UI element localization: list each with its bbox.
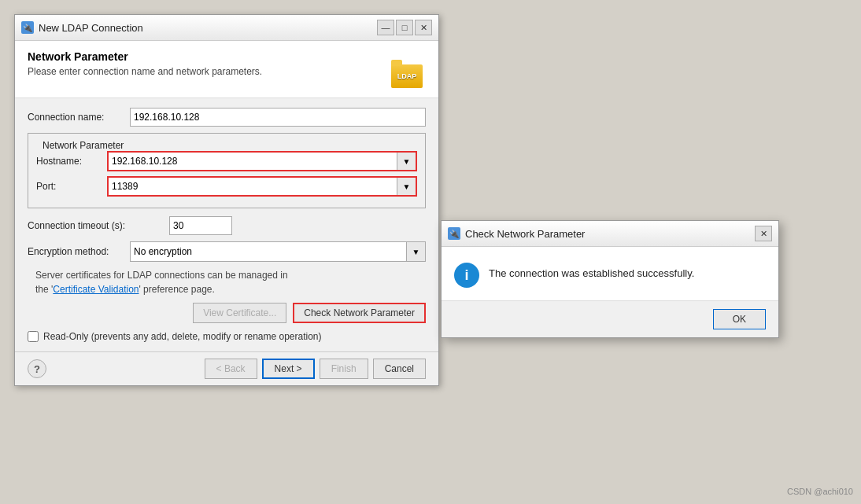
timeout-label: Connection timeout (s): xyxy=(28,220,169,231)
cert-info-line1: Server certificates for LDAP connections… xyxy=(35,270,288,281)
dialog-header-text: Network Parameter Please enter connectio… xyxy=(28,50,262,77)
maximize-button[interactable]: □ xyxy=(396,20,413,35)
encryption-dropdown-icon[interactable]: ▼ xyxy=(406,242,425,261)
encryption-value: No encryption xyxy=(131,242,406,261)
network-param-group: Network Parameter Hostname: ▼ Port: ▼ xyxy=(28,133,426,208)
readonly-row: Read-Only (prevents any add, delete, mod… xyxy=(28,331,426,342)
watermark: CSDN @achi010 xyxy=(787,487,853,496)
ldap-folder: LDAP xyxy=(391,64,423,88)
check-title-left: 🔌 Check Network Parameter xyxy=(448,227,585,240)
dialog-footer: ? < Back Next > Finish Cancel xyxy=(15,351,438,385)
readonly-checkbox[interactable] xyxy=(28,331,39,342)
next-button[interactable]: Next > xyxy=(262,359,315,379)
view-certificate-button[interactable]: View Certificate... xyxy=(193,303,286,323)
help-button[interactable]: ? xyxy=(28,359,46,378)
port-label: Port: xyxy=(36,181,107,192)
check-close-button[interactable]: ✕ xyxy=(755,226,772,241)
hostname-label: Hostname: xyxy=(36,156,107,167)
header-title: Network Parameter xyxy=(28,50,262,63)
check-dialog-title: Check Network Parameter xyxy=(465,228,585,240)
close-button[interactable]: ✕ xyxy=(415,20,432,35)
info-icon: i xyxy=(454,263,479,288)
ldap-dialog-icon: 🔌 xyxy=(21,21,34,34)
encryption-label: Encryption method: xyxy=(28,246,130,257)
back-button[interactable]: < Back xyxy=(205,359,257,379)
check-title-bar: 🔌 Check Network Parameter ✕ xyxy=(442,221,778,247)
check-body: i The connection was established success… xyxy=(442,247,778,300)
hostname-dropdown-icon[interactable]: ▼ xyxy=(397,153,416,170)
main-dialog-title: New LDAP Connection xyxy=(39,22,143,34)
port-dropdown-icon[interactable]: ▼ xyxy=(397,178,416,195)
check-network-dialog: 🔌 Check Network Parameter ✕ i The connec… xyxy=(441,220,779,338)
hostname-input[interactable] xyxy=(109,153,397,170)
footer-buttons: < Back Next > Finish Cancel xyxy=(205,359,426,379)
port-input-wrap: ▼ xyxy=(107,176,417,197)
minimize-button[interactable]: — xyxy=(377,20,394,35)
hostname-input-wrap: ▼ xyxy=(107,151,417,171)
title-bar: 🔌 New LDAP Connection — □ ✕ xyxy=(15,15,438,41)
cert-validation-link[interactable]: Certificate Validation xyxy=(53,284,139,295)
cert-button-row: View Certificate... Check Network Parame… xyxy=(28,303,426,323)
check-network-button[interactable]: Check Network Parameter xyxy=(293,303,426,323)
ok-button[interactable]: OK xyxy=(713,309,766,329)
encryption-select-wrap: No encryption ▼ xyxy=(130,241,426,262)
dialog-header: Network Parameter Please enter connectio… xyxy=(15,41,438,98)
readonly-label: Read-Only (prevents any add, delete, mod… xyxy=(43,331,322,342)
check-footer: OK xyxy=(442,300,778,337)
check-message: The connection was established successfu… xyxy=(489,263,694,279)
encryption-row: Encryption method: No encryption ▼ xyxy=(28,241,426,262)
connection-name-input[interactable] xyxy=(130,108,426,127)
connection-name-label: Connection name: xyxy=(28,112,130,123)
hostname-row: Hostname: ▼ xyxy=(36,151,417,171)
ldap-icon: LDAP xyxy=(388,50,426,88)
network-param-legend: Network Parameter xyxy=(39,140,417,151)
port-input[interactable] xyxy=(109,178,397,195)
port-row: Port: ▼ xyxy=(36,176,417,197)
timeout-row: Connection timeout (s): xyxy=(28,216,426,235)
title-buttons: — □ ✕ xyxy=(377,20,432,35)
check-dialog-icon: 🔌 xyxy=(448,227,460,240)
dialog-body: Connection name: Network Parameter Hostn… xyxy=(15,98,438,351)
ldap-label: LDAP xyxy=(397,72,417,80)
title-bar-left: 🔌 New LDAP Connection xyxy=(21,21,143,34)
cancel-button[interactable]: Cancel xyxy=(373,359,426,379)
connection-name-row: Connection name: xyxy=(28,108,426,127)
cert-info: Server certificates for LDAP connections… xyxy=(28,268,426,296)
header-subtitle: Please enter connection name and network… xyxy=(28,66,262,77)
cert-info-prefix: the ' xyxy=(35,284,53,295)
cert-info-suffix: ' preference page. xyxy=(139,284,214,295)
finish-button[interactable]: Finish xyxy=(320,359,368,379)
main-dialog: 🔌 New LDAP Connection — □ ✕ Network Para… xyxy=(14,14,439,386)
timeout-input[interactable] xyxy=(169,216,232,235)
